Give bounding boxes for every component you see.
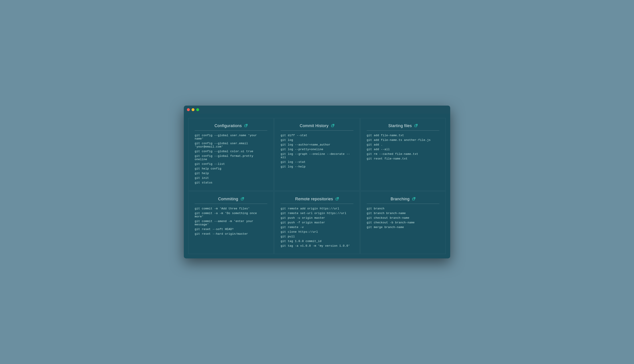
minimize-button[interactable] <box>192 108 194 111</box>
command-item: git log --author=name_author <box>280 143 353 146</box>
command-item: git log --help <box>280 165 353 168</box>
command-item: git tag 1.0.0 commit_id <box>280 240 353 243</box>
card-header-starting-files: Starting files <box>367 124 439 131</box>
command-item: git commit --amend -m 'enter your messag… <box>195 220 267 226</box>
external-link-icon[interactable] <box>336 197 339 201</box>
commands-list-starting-files: git add file-name.txtgit add file-name.t… <box>367 134 439 160</box>
command-item: git config --global user.email 'your@ema… <box>195 142 267 148</box>
main-content: Configurations git config --global user.… <box>184 114 450 258</box>
command-item: git reset file-name.txt <box>367 157 439 160</box>
command-item: git log --stat <box>280 160 353 164</box>
command-item: git config --global color.ui true <box>195 150 267 153</box>
titlebar <box>184 106 450 114</box>
command-item: git remote -v <box>280 226 353 229</box>
card-title-configurations: Configurations <box>214 124 242 128</box>
card-starting-files: Starting files git add file-name.txtgit … <box>360 118 446 191</box>
command-item: git checkout -b branch-name <box>367 221 439 224</box>
external-link-icon[interactable] <box>241 197 244 201</box>
command-item: git push -u origin master <box>280 216 353 220</box>
command-item: git config --global format.pretty onelin… <box>195 154 267 161</box>
command-item: git commit -a -m 'Do something once more… <box>195 212 267 218</box>
command-item: git add file-name.txt <box>367 134 439 137</box>
external-link-icon[interactable] <box>415 124 418 128</box>
command-item: git rm --cached file-name.txt <box>367 152 439 156</box>
command-item: git clone https://url <box>280 230 353 234</box>
card-header-remote-repositories: Remote repositories <box>280 197 353 204</box>
external-link-icon[interactable] <box>244 124 247 128</box>
app-window: Configurations git config --global user.… <box>184 106 450 258</box>
commands-list-configurations: git config --global user.name 'your name… <box>195 134 267 184</box>
command-item: git log --pretty=oneline <box>280 148 353 151</box>
command-item: git commit -m 'Add three files' <box>195 207 267 210</box>
card-title-starting-files: Starting files <box>388 124 412 128</box>
card-header-commit-history: Commit History <box>280 124 353 131</box>
command-item: git checkout branch-name <box>367 216 439 220</box>
command-item: git remote set-url origin https://url <box>280 212 353 215</box>
commands-list-commit-history: git diff --statgit loggit log --author=n… <box>280 134 353 168</box>
command-item: git config --global user.name 'your name… <box>195 134 267 140</box>
command-item: git init <box>195 176 267 180</box>
command-item: git reset --soft HEAD^ <box>195 228 267 231</box>
command-item: git log <box>280 138 353 142</box>
card-header-branching: Branching <box>367 197 439 204</box>
command-item: git diff --stat <box>280 134 353 137</box>
card-branching: Branching git branchgit branch branch-na… <box>360 191 446 254</box>
card-title-commiting: Commiting <box>218 197 238 202</box>
card-remote-repositories: Remote repositories git remote add origi… <box>274 191 360 254</box>
close-button[interactable] <box>187 108 190 111</box>
card-title-commit-history: Commit History <box>300 124 329 128</box>
card-header-commiting: Commiting <box>195 197 267 204</box>
external-link-icon[interactable] <box>331 124 334 128</box>
command-item: git help <box>195 172 267 175</box>
command-item: git add . <box>367 143 439 146</box>
card-title-branching: Branching <box>391 197 410 202</box>
commands-list-remote-repositories: git remote add origin https://urlgit rem… <box>280 207 353 248</box>
commands-list-branching: git branchgit branch branch-namegit chec… <box>367 207 439 229</box>
card-commit-history: Commit History git diff --statgit loggit… <box>274 118 360 191</box>
maximize-button[interactable] <box>196 108 199 111</box>
command-item: git help config <box>195 167 267 170</box>
commands-list-commiting: git commit -m 'Add three files'git commi… <box>195 207 267 236</box>
card-title-remote-repositories: Remote repositories <box>295 197 333 202</box>
command-item: git reset --hard origin/master <box>195 232 267 236</box>
card-header-configurations: Configurations <box>195 124 267 131</box>
card-commiting: Commiting git commit -m 'Add three files… <box>188 191 274 254</box>
command-item: git config --list <box>195 162 267 166</box>
command-item: git pull <box>280 235 353 238</box>
command-item: git tag -a v1.0.0 -m 'my version 1.0.0' <box>280 244 353 248</box>
command-item: git branch branch-name <box>367 212 439 215</box>
command-item: git branch <box>367 207 439 210</box>
command-item: git add file-name.ts another-file.js <box>367 138 439 142</box>
command-item: git status <box>195 181 267 184</box>
command-item: git log --graph --oneline --decorate --a… <box>280 152 353 159</box>
command-item: git merge branch-name <box>367 226 439 229</box>
command-item: git remote add origin https://url <box>280 207 353 210</box>
command-item: git add --all <box>367 148 439 151</box>
command-item: git push -f origin master <box>280 221 353 224</box>
card-configurations: Configurations git config --global user.… <box>188 118 274 191</box>
external-link-icon[interactable] <box>412 197 415 201</box>
